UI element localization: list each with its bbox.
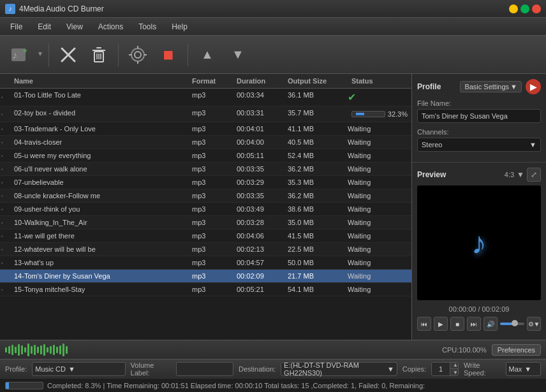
basic-settings-label: Basic Settings	[464, 83, 509, 91]
row-status: 32.3%	[348, 108, 411, 120]
row-size: 36.2 MB	[284, 164, 348, 174]
table-row[interactable]: ▪ 10-Walking_In_The_Air mp3 00:03:28 35.…	[0, 216, 411, 229]
copies-label: Copies:	[402, 365, 426, 373]
table-row[interactable]: ▪ 15-Tonya mitchell-Stay mp3 00:05:21 54…	[0, 283, 411, 296]
move-up-button[interactable]: ▲	[193, 41, 221, 69]
copies-input[interactable]	[432, 362, 450, 376]
table-row[interactable]: ▪ 05-u were my everything mp3 00:05:11 5…	[0, 149, 411, 163]
rewind-button[interactable]: ⏮	[417, 317, 431, 331]
volume-label-input[interactable]	[176, 362, 233, 376]
stop-play-button[interactable]: ■	[450, 317, 464, 331]
status-waiting-text: Waiting	[348, 125, 371, 133]
table-row[interactable]: ▪ 11-we will get there mp3 00:04:06 41.5…	[0, 229, 411, 243]
preview-ratio-dropdown[interactable]: ▼	[517, 170, 524, 179]
row-status: Waiting	[348, 124, 411, 134]
list-body[interactable]: ▪ 01-Too Little Too Late mp3 00:03:34 36…	[0, 89, 411, 340]
menu-help[interactable]: Help	[164, 20, 195, 34]
waveform-bar	[31, 346, 33, 354]
volume-thumb[interactable]	[512, 320, 518, 326]
status-waiting-text: Waiting	[348, 245, 371, 253]
table-row[interactable]: ▪ 13-what's up mp3 00:04:57 50.0 MB Wait…	[0, 256, 411, 270]
row-name: 12-whatever will be will be	[10, 244, 188, 254]
preferences-button[interactable]: Preferences	[492, 344, 541, 356]
close-button[interactable]	[532, 4, 541, 13]
preview-expand-button[interactable]: ⤢	[527, 168, 541, 182]
destination-select[interactable]: E:(HL-DT-ST DVD-RAM GH22NS30) ▼	[281, 362, 397, 376]
status-waiting-text: Waiting	[348, 259, 371, 266]
maximize-button[interactable]	[520, 4, 529, 13]
table-row[interactable]: ▪ 09-usher-think of you mp3 00:03:49 38.…	[0, 203, 411, 216]
menu-bar: File Edit View Actions Tools Help	[0, 18, 546, 36]
menu-edit[interactable]: Edit	[30, 20, 59, 34]
col-status: Status	[348, 76, 411, 86]
table-row[interactable]: ▪ 06-u'll never walk alone mp3 00:03:35 …	[0, 163, 411, 176]
basic-settings-button[interactable]: Basic Settings ▼	[460, 81, 522, 92]
minimize-button[interactable]	[509, 4, 518, 13]
profile-select[interactable]: Music CD ▼	[32, 362, 125, 376]
row-duration: 00:03:49	[233, 204, 284, 214]
table-row[interactable]: ▪ 08-uncle kracker-Follow me mp3 00:03:3…	[0, 189, 411, 203]
row-checkbox: ▪	[0, 150, 10, 161]
profile-label: Profile:	[5, 365, 27, 373]
row-format: mp3	[188, 191, 233, 201]
waveform-bar	[8, 346, 10, 354]
start-button[interactable]: ▶	[526, 79, 541, 94]
volume-icon[interactable]: 🔊	[483, 317, 498, 331]
row-status: Waiting	[348, 217, 411, 228]
progress-bar	[351, 111, 385, 117]
table-row[interactable]: ▪ 03-Trademark - Only Love mp3 00:04:01 …	[0, 122, 411, 136]
toolbar-separator-3	[188, 43, 188, 66]
row-checkbox: ▪	[0, 164, 10, 174]
row-duration: 00:03:28	[233, 217, 284, 228]
dropdown-arrow[interactable]	[37, 48, 43, 61]
play-button[interactable]: ▶	[434, 317, 448, 331]
fast-forward-button[interactable]: ⏭	[467, 317, 481, 331]
row-duration: 00:04:00	[233, 137, 284, 147]
table-row[interactable]: ▪ 12-whatever will be will be mp3 00:02:…	[0, 243, 411, 256]
move-down-button[interactable]: ▼	[224, 41, 252, 69]
toolbar-separator-2	[118, 43, 119, 66]
destination-dropdown-icon: ▼	[387, 365, 394, 373]
title-bar: ♪ 4Media Audio CD Burner	[0, 0, 546, 18]
table-row[interactable]: ▪ 04-travis-closer mp3 00:04:00 40.5 MB …	[0, 136, 411, 149]
audio-settings-button[interactable]: ⚙▼	[527, 317, 541, 331]
remove-button[interactable]	[54, 41, 82, 69]
col-checkbox	[0, 76, 10, 86]
volume-slider[interactable]	[500, 323, 524, 325]
row-duration: 00:04:01	[233, 124, 284, 134]
table-row[interactable]: ▪ 14-Tom's Diner by Susan Vega mp3 00:02…	[0, 270, 411, 283]
write-speed-select[interactable]: Max ▼	[506, 362, 541, 376]
waveform-bar	[66, 346, 68, 354]
row-duration: 00:05:11	[233, 150, 284, 161]
settings-button[interactable]	[124, 41, 152, 69]
copies-down[interactable]: ▼	[450, 369, 459, 376]
menu-actions[interactable]: Actions	[91, 20, 131, 34]
table-row[interactable]: ▪ 07-unbelievable mp3 00:03:29 35.3 MB W…	[0, 176, 411, 189]
table-row[interactable]: ▪ 02-toy box - divided mp3 00:03:31 35.7…	[0, 106, 411, 122]
status-waiting-text: Waiting	[348, 138, 371, 146]
copies-up[interactable]: ▲	[450, 362, 459, 370]
preview-section: Preview 4:3 ▼ ⤢ ♪ 00:00:00 / 00:02:09 ⏮ …	[412, 163, 546, 340]
start-icon: ▶	[530, 82, 537, 92]
waveform-bar	[21, 345, 23, 354]
add-track-button[interactable]: ♪ +	[6, 41, 34, 69]
delete-button[interactable]	[85, 41, 113, 69]
row-status: Waiting	[348, 258, 411, 268]
row-duration: 00:04:06	[233, 231, 284, 241]
preview-title: Preview	[417, 170, 446, 179]
profile-section: Profile Basic Settings ▼ ▶ File Name: To…	[412, 74, 546, 163]
stop-button[interactable]: ■	[154, 41, 182, 69]
menu-tools[interactable]: Tools	[131, 20, 164, 34]
channels-select[interactable]: Stereo ▼	[417, 138, 541, 152]
progress-footer: Completed: 8.3% | Time Remaining: 00:01:…	[0, 378, 546, 392]
table-row[interactable]: ▪ 01-Too Little Too Late mp3 00:03:34 36…	[0, 89, 411, 106]
menu-view[interactable]: View	[59, 20, 91, 34]
waveform-bar	[24, 347, 26, 352]
copies-stepper[interactable]: ▲ ▼	[431, 362, 459, 376]
menu-file[interactable]: File	[3, 20, 30, 34]
row-size: 40.5 MB	[284, 137, 348, 147]
row-duration: 00:03:29	[233, 177, 284, 187]
row-checkbox: ▪	[0, 284, 10, 294]
file-name-value: Tom's Diner by Susan Vega	[417, 109, 541, 123]
waveform-bar	[40, 345, 42, 354]
